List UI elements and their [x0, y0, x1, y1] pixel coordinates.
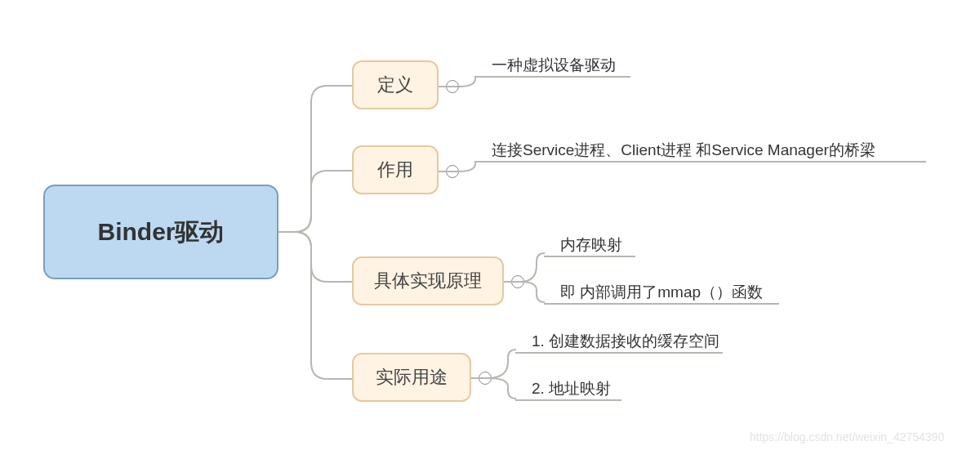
root-branches-connector — [278, 57, 360, 400]
branch-definition: 定义 — [352, 60, 439, 109]
branch-usage: 实际用途 — [352, 353, 471, 402]
leaf-underline — [544, 256, 635, 257]
leaf-underline — [475, 161, 926, 163]
collapse-icon[interactable] — [446, 80, 459, 93]
branch-definition-label: 定义 — [377, 73, 413, 97]
principle-leaves-connector — [504, 237, 553, 319]
leaf-principle-2: 即 内部调用了mmap（）函数 — [560, 282, 763, 303]
watermark-text: https://blog.csdn.net/weixin_42754390 — [750, 430, 944, 443]
branch-principle-label: 具体实现原理 — [374, 269, 482, 293]
collapse-icon[interactable] — [511, 275, 524, 288]
leaf-principle-1: 内存映射 — [560, 234, 622, 256]
leaf-underline — [515, 399, 621, 401]
root-node: Binder驱动 — [43, 185, 278, 279]
leaf-definition-1: 一种虚拟设备驱动 — [492, 55, 616, 76]
branch-role-label: 作用 — [377, 158, 413, 182]
leaf-underline — [475, 76, 630, 78]
leaf-underline — [544, 303, 779, 305]
root-label: Binder驱动 — [97, 216, 224, 249]
leaf-role-1: 连接Service进程、Client进程 和Service Manager的桥梁 — [492, 140, 875, 161]
collapse-icon[interactable] — [479, 372, 492, 385]
leaf-usage-2: 2. 地址映射 — [532, 378, 611, 399]
branch-role: 作用 — [352, 145, 439, 194]
branch-principle: 具体实现原理 — [352, 256, 504, 305]
leaf-underline — [515, 352, 723, 354]
collapse-icon[interactable] — [446, 165, 459, 178]
branch-usage-label: 实际用途 — [376, 365, 448, 390]
leaf-usage-1: 1. 创建数据接收的缓存空间 — [532, 331, 719, 352]
